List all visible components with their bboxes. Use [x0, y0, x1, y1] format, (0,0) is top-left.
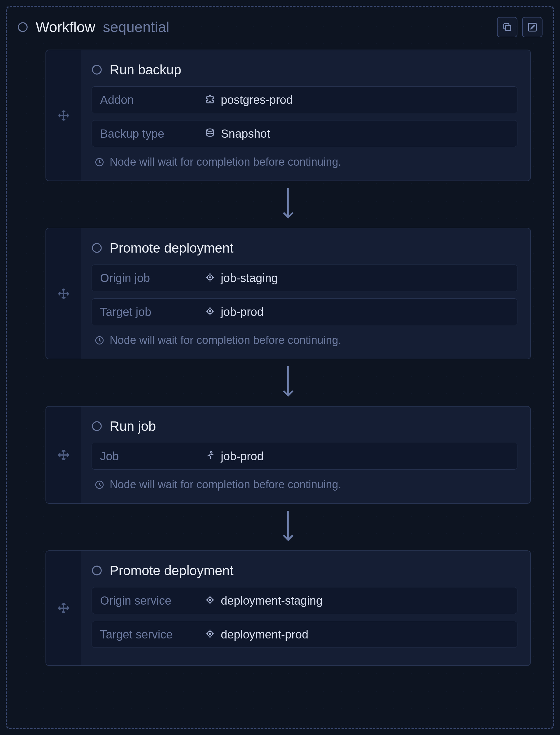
node-status-icon	[92, 565, 102, 576]
node-body: Run backupAddonpostgres-prodBackup typeS…	[81, 50, 530, 181]
field-label: Origin job	[100, 272, 205, 285]
node-status-icon	[92, 64, 102, 75]
puzzle-icon	[205, 94, 215, 105]
svg-rect-1	[505, 25, 511, 31]
node-body: Promote deploymentOrigin servicedeployme…	[81, 551, 530, 665]
field-row[interactable]: Target jobjob-prod	[92, 298, 517, 325]
field-value-wrap: job-prod	[205, 305, 264, 319]
svg-point-5	[92, 422, 101, 431]
node-title: Promote deployment	[110, 563, 233, 578]
svg-point-0	[18, 23, 27, 31]
field-value: job-prod	[221, 305, 264, 319]
move-icon	[57, 601, 70, 615]
target-icon	[205, 272, 215, 283]
field-label: Addon	[100, 93, 205, 106]
move-icon	[57, 287, 70, 300]
node-footer-text: Node will wait for completion before con…	[110, 478, 341, 491]
clock-icon	[95, 480, 104, 490]
node-status-icon	[92, 421, 102, 431]
node-title-row: Promote deployment	[92, 563, 517, 578]
field-row[interactable]: Addonpostgres-prod	[92, 86, 517, 113]
field-label: Backup type	[100, 127, 205, 140]
field-value-wrap: deployment-staging	[205, 594, 323, 607]
drag-handle[interactable]	[46, 50, 81, 181]
drag-handle[interactable]	[46, 551, 81, 665]
workflow-node[interactable]: Run jobJobjob-prodNode will wait for com…	[45, 406, 531, 504]
field-row[interactable]: Target servicedeployment-prod	[92, 621, 517, 648]
copy-button[interactable]	[497, 17, 517, 37]
node-footer-text: Node will wait for completion before con…	[110, 156, 341, 168]
arrow-down-icon	[281, 362, 295, 403]
field-value: deployment-prod	[221, 628, 308, 641]
clock-icon	[95, 335, 104, 345]
move-icon	[57, 109, 70, 122]
field-value-wrap: postgres-prod	[205, 93, 293, 106]
node-footer: Node will wait for completion before con…	[92, 332, 517, 347]
edit-button[interactable]	[522, 17, 543, 37]
field-label: Target service	[100, 628, 205, 641]
workflow-actions	[497, 17, 543, 37]
field-value: Snapshot	[221, 127, 270, 140]
field-row[interactable]: Backup typeSnapshot	[92, 120, 517, 147]
workflow-node[interactable]: Run backupAddonpostgres-prodBackup typeS…	[45, 50, 531, 181]
field-value-wrap: job-staging	[205, 272, 278, 285]
workflow-node[interactable]: Promote deploymentOrigin servicedeployme…	[45, 550, 531, 666]
node-title-row: Run backup	[92, 62, 517, 78]
workflow-header: Workflow sequential	[17, 19, 169, 36]
svg-point-3	[92, 65, 101, 74]
clock-icon	[95, 157, 104, 167]
field-value: deployment-staging	[221, 594, 323, 607]
node-status-icon	[92, 243, 102, 253]
move-icon	[57, 448, 70, 462]
workflow-title: Workflow	[36, 19, 95, 36]
field-value-wrap: deployment-prod	[205, 628, 308, 641]
field-row[interactable]: Jobjob-prod	[92, 443, 517, 470]
node-title-row: Promote deployment	[92, 240, 517, 256]
node-title: Promote deployment	[110, 240, 233, 256]
field-value-wrap: job-prod	[205, 450, 264, 463]
field-value: postgres-prod	[221, 93, 293, 106]
arrow-connector	[45, 359, 531, 406]
copy-icon	[502, 22, 512, 32]
target-icon	[205, 595, 215, 606]
drag-handle[interactable]	[46, 228, 81, 359]
field-label: Origin service	[100, 594, 205, 607]
drag-handle[interactable]	[46, 407, 81, 503]
svg-point-6	[92, 566, 101, 575]
node-title: Run backup	[110, 62, 181, 78]
field-row[interactable]: Origin jobjob-staging	[92, 265, 517, 291]
field-value: job-prod	[221, 450, 264, 463]
runner-icon	[205, 451, 215, 462]
field-label: Job	[100, 450, 205, 463]
workflow-node[interactable]: Promote deploymentOrigin jobjob-stagingT…	[45, 228, 531, 359]
node-title-row: Run job	[92, 418, 517, 434]
arrow-down-icon	[281, 507, 295, 547]
node-footer: Node will wait for completion before con…	[92, 154, 517, 169]
arrow-connector	[45, 504, 531, 550]
svg-point-4	[92, 244, 101, 252]
node-body: Run jobJobjob-prodNode will wait for com…	[81, 407, 530, 503]
field-row[interactable]: Origin servicedeployment-staging	[92, 587, 517, 614]
arrow-down-icon	[281, 184, 295, 225]
database-icon	[205, 128, 215, 139]
target-icon	[205, 629, 215, 640]
field-value-wrap: Snapshot	[205, 127, 270, 140]
workflow-status-icon	[17, 22, 28, 32]
target-icon	[205, 306, 215, 317]
field-label: Target job	[100, 305, 205, 319]
edit-icon	[527, 22, 538, 32]
node-title: Run job	[110, 418, 156, 434]
node-body: Promote deploymentOrigin jobjob-stagingT…	[81, 228, 530, 359]
node-footer-text: Node will wait for completion before con…	[110, 334, 341, 347]
field-value: job-staging	[221, 272, 278, 285]
node-footer: Node will wait for completion before con…	[92, 477, 517, 491]
workflow-type: sequential	[103, 19, 169, 36]
arrow-connector	[45, 181, 531, 228]
workflow-nodes: Run backupAddonpostgres-prodBackup typeS…	[45, 50, 531, 666]
